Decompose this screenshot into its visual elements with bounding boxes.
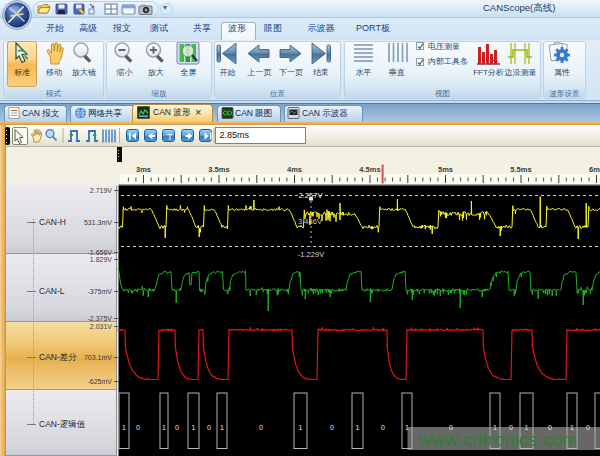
svg-text:0: 0: [259, 424, 263, 431]
svg-text:0: 0: [136, 424, 140, 431]
svg-text:0: 0: [381, 424, 385, 431]
svg-text:3ms: 3ms: [136, 165, 151, 174]
svg-text:1: 1: [162, 424, 166, 431]
svg-text:5.5ms: 5.5ms: [510, 165, 531, 174]
svg-text:1: 1: [299, 424, 303, 431]
svg-text:2.257V: 2.257V: [299, 191, 323, 200]
svg-text:5ms: 5ms: [438, 165, 453, 174]
svg-text:0: 0: [175, 424, 179, 431]
svg-text:T: T: [167, 131, 173, 141]
svg-text:1: 1: [220, 424, 224, 431]
svg-text:4ms: 4ms: [287, 165, 302, 174]
svg-text:1: 1: [122, 424, 126, 431]
svg-text:-1.229V: -1.229V: [298, 250, 324, 259]
svg-text:www.cntronics.com: www.cntronics.com: [417, 430, 577, 450]
svg-text:3.5ms: 3.5ms: [208, 165, 229, 174]
svg-text:0: 0: [586, 424, 590, 431]
svg-text:4.5ms: 4.5ms: [359, 165, 380, 174]
svg-text:1: 1: [192, 424, 196, 431]
svg-text:6ms: 6ms: [589, 165, 600, 174]
svg-text:0: 0: [207, 424, 211, 431]
svg-text:1: 1: [405, 424, 409, 431]
svg-text:1: 1: [356, 424, 360, 431]
svg-text:0: 0: [330, 424, 334, 431]
